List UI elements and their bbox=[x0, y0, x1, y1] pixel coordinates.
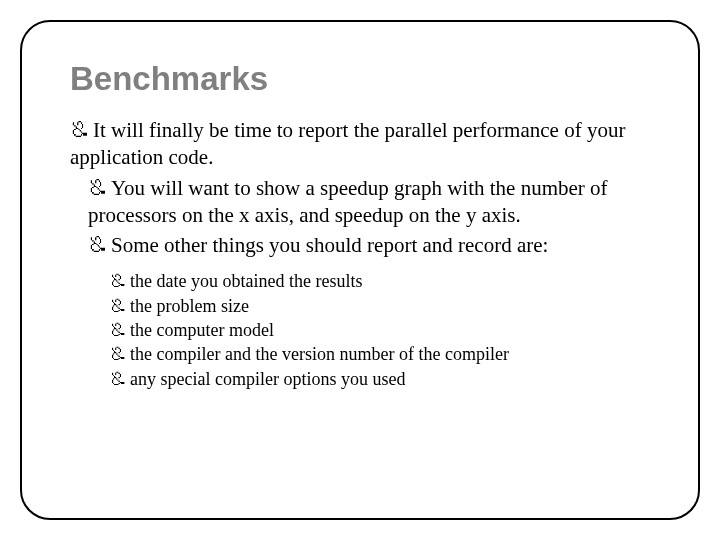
bullet-text: the compiler and the version number of t… bbox=[130, 344, 509, 364]
bullet-text: It will finally be time to report the pa… bbox=[70, 118, 625, 169]
bullet-text: You will want to show a speedup graph wi… bbox=[88, 176, 608, 227]
bullet-icon: 🙗 bbox=[88, 176, 109, 199]
bullet-text: any special compiler options you used bbox=[130, 369, 405, 389]
bullet-icon: 🙗 bbox=[110, 271, 128, 291]
bullet-icon: 🙗 bbox=[110, 320, 128, 340]
list-item: 🙗It will finally be time to report the p… bbox=[70, 116, 650, 391]
slide-title: Benchmarks bbox=[70, 60, 650, 98]
bullet-list-level1: 🙗It will finally be time to report the p… bbox=[70, 116, 650, 391]
bullet-icon: 🙗 bbox=[110, 369, 128, 389]
list-item: 🙗any special compiler options you used bbox=[110, 367, 650, 391]
list-item: 🙗the date you obtained the results bbox=[110, 269, 650, 293]
bullet-icon: 🙗 bbox=[88, 233, 109, 256]
list-item: 🙗the problem size bbox=[110, 294, 650, 318]
bullet-icon: 🙗 bbox=[110, 296, 128, 316]
list-item: 🙗You will want to show a speedup graph w… bbox=[88, 174, 650, 230]
bullet-text: the date you obtained the results bbox=[130, 271, 362, 291]
bullet-icon: 🙗 bbox=[70, 118, 91, 141]
bullet-list-level2: 🙗You will want to show a speedup graph w… bbox=[70, 174, 650, 391]
list-item: 🙗the computer model bbox=[110, 318, 650, 342]
slide-frame: Benchmarks 🙗It will finally be time to r… bbox=[20, 20, 700, 520]
bullet-icon: 🙗 bbox=[110, 344, 128, 364]
bullet-text: the problem size bbox=[130, 296, 249, 316]
bullet-text: the computer model bbox=[130, 320, 274, 340]
list-item: 🙗Some other things you should report and… bbox=[88, 231, 650, 391]
bullet-list-level3: 🙗the date you obtained the results 🙗the … bbox=[88, 269, 650, 390]
list-item: 🙗the compiler and the version number of … bbox=[110, 342, 650, 366]
bullet-text: Some other things you should report and … bbox=[111, 233, 548, 257]
